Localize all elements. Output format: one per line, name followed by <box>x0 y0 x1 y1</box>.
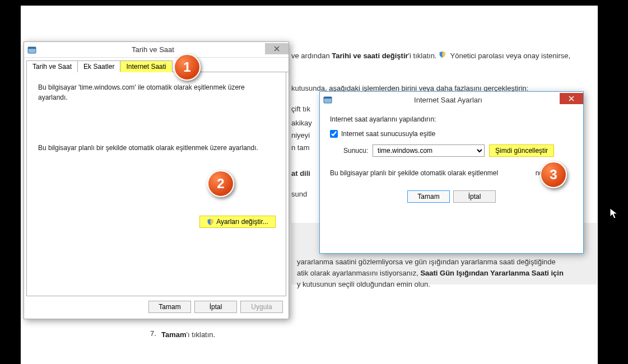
clock-icon <box>27 45 36 54</box>
sync-checkbox-row[interactable]: Internet saat sunucusuyla eşitle <box>330 130 573 138</box>
close-button[interactable] <box>560 93 583 104</box>
tab-strip: Tarih ve Saat Ek Saatler Internet Saati <box>26 60 289 72</box>
article-frag: at dili <box>291 168 310 180</box>
tab-date-time[interactable]: Tarih ve Saat <box>26 60 78 72</box>
dialog-title: Tarih ve Saat <box>40 45 266 54</box>
apply-button[interactable]: Uygula <box>240 301 283 313</box>
dialog-buttons: Tamam İptal <box>320 185 583 208</box>
list-item: Tamam'ı tıklatın. <box>161 329 215 341</box>
tab-internet-time[interactable]: Internet Saati <box>120 60 172 72</box>
article-frag: sund <box>291 189 307 200</box>
dialog-title: Internet Saat Ayarları <box>336 96 561 104</box>
annotation-bubble-2: 2 <box>207 170 234 197</box>
sync-info: Bu bilgisayar 'time.windows.com' ile oto… <box>38 82 275 102</box>
sync-checkbox-label: Internet saat sunucusuyla eşitle <box>341 130 435 138</box>
titlebar[interactable]: Internet Saat Ayarları <box>320 92 583 108</box>
close-button[interactable] <box>265 43 289 54</box>
ok-button[interactable]: Tamam <box>407 190 450 203</box>
note-line: yararlanma saatini gözlemliyorsa ve gün … <box>297 256 556 268</box>
change-settings-label: Ayarları değiştir... <box>216 218 268 226</box>
cancel-button[interactable]: İptal <box>194 301 237 313</box>
article-line: ve ardından Tarihi ve saati değiştir'i t… <box>291 50 570 62</box>
svg-rect-3 <box>324 97 332 99</box>
change-settings-button[interactable]: Ayarları değiştir... <box>199 216 276 228</box>
note-line: y kutusunun seçili olduğundan emin olun. <box>297 279 430 291</box>
settings-heading: Internet saat ayarlarını yapılandırın: <box>330 115 573 123</box>
server-label: Sunucu: <box>343 147 368 155</box>
clock-icon <box>323 95 332 104</box>
annotation-bubble-1: 1 <box>174 54 201 81</box>
tab-additional-clocks[interactable]: Ek Saatler <box>77 60 120 72</box>
titlebar[interactable]: Tarih ve Saat <box>24 42 289 58</box>
schedule-info: Bu bilgisayar planlı bir şekilde otomati… <box>38 143 275 153</box>
tab-panel: Bu bilgisayar 'time.windows.com' ile oto… <box>26 72 286 296</box>
shield-icon <box>439 50 446 58</box>
server-select[interactable]: time.windows.com <box>373 144 485 157</box>
update-now-button[interactable]: Şimdi güncelleştir <box>489 144 554 157</box>
dialog-buttons: Tamam İptal Uygula <box>24 296 289 318</box>
list-number: 7. <box>150 329 156 338</box>
article-frag: akikay <box>291 118 312 129</box>
note-line: atik olarak ayarlanmasını istiyorsanız, … <box>297 268 564 279</box>
status-text: Bu bilgisayar planlı bir şekilde otomati… <box>330 169 573 177</box>
article-frag: çift tık <box>291 104 310 115</box>
date-time-dialog: Tarih ve Saat Tarih ve Saat Ek Saatler I… <box>24 41 289 319</box>
sync-checkbox[interactable] <box>330 130 338 138</box>
server-row: Sunucu: time.windows.com Şimdi güncelleş… <box>343 144 573 157</box>
ok-button[interactable]: Tamam <box>148 301 191 313</box>
shield-icon <box>207 218 214 226</box>
annotation-bubble-3: 3 <box>540 161 567 188</box>
article-frag: niyeyi <box>291 130 310 142</box>
svg-rect-1 <box>28 47 36 49</box>
cursor-icon <box>610 208 618 220</box>
cancel-button[interactable]: İptal <box>453 190 496 203</box>
article-frag: n tam <box>291 142 310 154</box>
